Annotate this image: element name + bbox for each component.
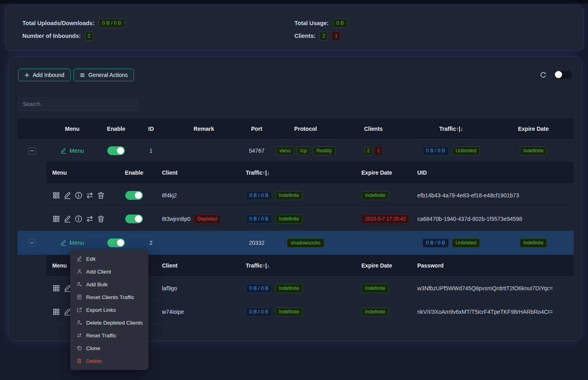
client-row-8f4kj2: 8f4kj2 0 B / 0 B Indefinite Indefinite e… bbox=[46, 183, 574, 207]
protocol-badge: vless bbox=[276, 146, 294, 156]
menu-item-label: Edit bbox=[86, 256, 95, 262]
client-col-traffic-sort[interactable]: Traffic↑|↓ bbox=[234, 169, 349, 176]
stat-number-of-inbounds: Number of Inbounds: 2 bbox=[22, 30, 125, 42]
menu-item-add-bulk[interactable]: Add Bulk bbox=[70, 278, 148, 291]
menu-item-reset-clients-traffic[interactable]: Reset Clients Traffic bbox=[70, 291, 148, 303]
client-traffic-limit-badge: Indefinite bbox=[275, 307, 303, 317]
menu-item-clone[interactable]: Clone bbox=[70, 342, 148, 354]
inbound-1-enable-toggle[interactable] bbox=[107, 146, 125, 155]
client-info-button[interactable] bbox=[75, 215, 83, 223]
edit-client-button[interactable] bbox=[63, 215, 71, 223]
menu-item-delete[interactable]: Delete bbox=[70, 354, 148, 367]
menu-item-label: Export Links bbox=[86, 307, 116, 313]
protocol-badge: tcp bbox=[297, 146, 311, 156]
client-col-traffic-sort[interactable]: Traffic↑|↓ bbox=[234, 262, 349, 269]
trash-icon bbox=[77, 358, 82, 364]
client-traffic-limit-badge: Indefinite bbox=[275, 284, 303, 293]
column-header-menu: Menu bbox=[46, 126, 98, 132]
menu-item-export-links[interactable]: Export Links bbox=[70, 303, 148, 316]
client-password: nkV/I/3XoAm9v6xMT/T5IcrF4TpeTKF98rHARbRo… bbox=[413, 309, 574, 315]
inbound-1-menu-button[interactable]: Menu bbox=[60, 148, 84, 154]
client-table-1-header: Menu Enable Client Traffic↑|↓ Expire Dat… bbox=[46, 162, 574, 183]
inbounds-count-label: Number of Inbounds: bbox=[22, 33, 81, 39]
menu-bars-icon bbox=[80, 73, 85, 78]
inbound-2-menu-label: Menu bbox=[69, 240, 84, 246]
client-col-enable: Enable bbox=[114, 169, 154, 176]
column-header-protocol: Protocol bbox=[274, 126, 337, 132]
top-strip bbox=[0, 0, 588, 4]
toolbar: Add Inbound General Actions bbox=[18, 69, 572, 81]
inbound-1-clients-depleted-badge: 1 bbox=[374, 146, 383, 156]
inbound-1-traffic-limit-badge: Unlimited bbox=[452, 146, 480, 156]
clients-active-badge: 2 bbox=[320, 32, 328, 41]
inbounds-card: Add Inbound General Actions Menu Enable … bbox=[8, 56, 582, 341]
inbound-1-expire-badge: Indefinite bbox=[520, 146, 547, 156]
client-info-button[interactable] bbox=[75, 191, 83, 199]
client-name: 8t3wjnn8p0 bbox=[162, 216, 191, 222]
reset-client-traffic-button[interactable] bbox=[86, 215, 94, 223]
client-col-client: Client bbox=[154, 169, 234, 176]
menu-item-label: Reset Traffic bbox=[86, 333, 116, 339]
theme-toggle[interactable] bbox=[554, 70, 572, 80]
menu-item-label: Reset Clients Traffic bbox=[86, 294, 134, 300]
inbounds-count-value: 2 bbox=[85, 32, 93, 41]
menu-item-label: Add Client bbox=[86, 269, 111, 275]
menu-item-add-client[interactable]: Add Client bbox=[70, 265, 148, 278]
inbounds-table-header: Menu Enable ID Remark Port Protocol Clie… bbox=[18, 118, 574, 139]
client-enable-toggle[interactable] bbox=[125, 191, 143, 200]
menu-item-label: Delete Depleted Clients bbox=[86, 320, 143, 326]
general-actions-button[interactable]: General Actions bbox=[73, 69, 134, 81]
qr-code-button[interactable] bbox=[52, 215, 60, 223]
delete-client-button[interactable] bbox=[97, 191, 105, 199]
menu-item-delete-depleted-clients[interactable]: Delete Depleted Clients bbox=[70, 316, 148, 329]
stat-clients: Clients: 2 1 bbox=[294, 30, 347, 42]
menu-item-reset-traffic[interactable]: Reset Traffic bbox=[70, 329, 148, 342]
refresh-icon[interactable] bbox=[540, 72, 547, 79]
reset-client-traffic-button[interactable] bbox=[86, 191, 94, 199]
collapse-inbound-2-button[interactable] bbox=[28, 239, 36, 247]
delete-client-button[interactable] bbox=[97, 215, 105, 223]
menu-item-edit[interactable]: Edit bbox=[70, 252, 148, 265]
edit-pencil-icon bbox=[60, 240, 67, 246]
client-name: 8f4kj2 bbox=[154, 192, 234, 199]
inbound-2-expire-badge: Indefinite bbox=[520, 238, 547, 248]
column-header-id: ID bbox=[134, 126, 168, 132]
column-header-port: Port bbox=[240, 126, 274, 132]
inbound-2-traffic-limit-badge: Unlimited bbox=[452, 238, 480, 248]
qr-code-button[interactable] bbox=[52, 284, 60, 292]
client-traffic-limit-badge: Indefinite bbox=[275, 191, 303, 200]
column-header-expire: Expire Date bbox=[493, 126, 574, 132]
inbound-2-port: 20332 bbox=[240, 240, 274, 246]
column-header-traffic-sort[interactable]: Traffic↑|↓ bbox=[409, 126, 493, 132]
stat-uploads-downloads: Total Uploads/Downloads: 0 B / 0 B bbox=[22, 17, 125, 30]
client-name: laf9go bbox=[154, 285, 234, 291]
qr-code-button[interactable] bbox=[52, 191, 60, 199]
client-traffic-badge: 0 B / 0 B bbox=[246, 284, 272, 293]
protocol-badge: Reality bbox=[313, 146, 335, 156]
stats-card: Total Uploads/Downloads: 0 B / 0 B Numbe… bbox=[5, 5, 584, 51]
inbound-2-enable-toggle[interactable] bbox=[107, 238, 125, 247]
client-uid: ca68470b-1940-437d-802b-1f9573e94598 bbox=[413, 216, 574, 222]
client-col-client: Client bbox=[154, 262, 234, 269]
swap-arrows-icon bbox=[77, 333, 82, 338]
inbound-context-menu: Edit Add Client Add Bulk Reset Clients T… bbox=[70, 250, 148, 370]
client-col-uid: UID bbox=[413, 169, 574, 176]
edit-client-button[interactable] bbox=[63, 191, 71, 199]
add-inbound-button[interactable]: Add Inbound bbox=[18, 69, 71, 81]
client-row-8t3wjnn8p0: 8t3wjnn8p0 Depleted 0 B / 0 B Indefinite… bbox=[46, 207, 574, 230]
depleted-badge: Depleted bbox=[194, 215, 221, 224]
client-traffic-badge: 0 B / 0 B bbox=[246, 215, 272, 224]
search-input[interactable] bbox=[18, 97, 138, 111]
client-enable-toggle[interactable] bbox=[125, 215, 143, 223]
inbound-1-port: 54767 bbox=[240, 148, 274, 154]
qr-code-button[interactable] bbox=[52, 308, 60, 316]
collapse-inbound-1-button[interactable] bbox=[28, 147, 36, 155]
client-traffic-badge: 0 B / 0 B bbox=[246, 307, 272, 317]
stats-right-column: Total Usage: 0 B Clients: 2 1 bbox=[294, 17, 347, 42]
client-traffic-badge: 0 B / 0 B bbox=[246, 191, 272, 200]
inbound-1-menu-label: Menu bbox=[69, 148, 84, 154]
inbound-row-1: Menu 1 54767 vless tcp Reality 2 1 0 B /… bbox=[18, 139, 574, 162]
client-actions bbox=[46, 215, 114, 223]
inbound-2-menu-button[interactable]: Menu bbox=[60, 240, 84, 246]
client-name: w74ioipe bbox=[154, 309, 234, 315]
